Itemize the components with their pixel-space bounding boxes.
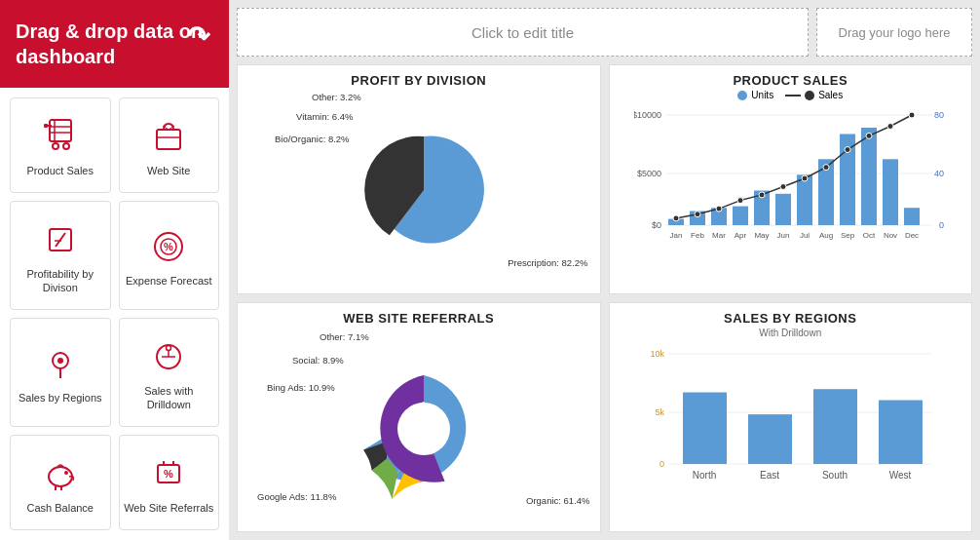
svg-text:Jan: Jan: [670, 231, 683, 240]
units-legend-label: Units: [751, 90, 773, 100]
sidebar-item-label: Expense Forecast: [126, 274, 212, 288]
svg-text:Feb: Feb: [691, 231, 704, 240]
sidebar-header-text: Drag & drop data on dashboard: [16, 19, 213, 69]
sales-legend-line: [785, 95, 801, 96]
svg-text:%: %: [164, 468, 173, 480]
sidebar-item-label: Sales with Drilldown: [124, 384, 215, 412]
svg-text:%: %: [164, 241, 173, 252]
svg-rect-47: [775, 194, 791, 225]
profit-pie-svg: [321, 112, 516, 263]
arrow-icon: ↷: [187, 19, 209, 55]
svg-text:Apr: Apr: [735, 231, 747, 240]
svg-text:0: 0: [660, 459, 664, 469]
sidebar-item-label: Web Site Referrals: [124, 501, 213, 515]
svg-text:North: North: [693, 470, 716, 481]
sidebar-item-website-referrals[interactable]: % Web Site Referrals: [119, 435, 220, 530]
svg-rect-48: [797, 174, 812, 225]
sidebar-item-sales-drilldown[interactable]: Sales with Drilldown: [119, 318, 220, 427]
product-sales-svg: $10000 $5000 $0 80 40 0: [634, 103, 946, 240]
organic-label: Organic: 61.4%: [526, 495, 589, 506]
svg-rect-1: [50, 120, 71, 141]
svg-point-57: [737, 198, 743, 204]
referrals-donut-svg: [321, 353, 516, 499]
sidebar-item-profitability[interactable]: Profitability by Divison: [10, 201, 111, 310]
tag-percent-icon: %: [147, 452, 190, 495]
svg-point-25: [49, 467, 72, 486]
regions-title: SALES BY REGIONS: [724, 311, 856, 326]
svg-rect-8: [157, 130, 180, 149]
sidebar-item-cash-balance[interactable]: Cash Balance: [10, 435, 111, 530]
sidebar-item-label: Profitability by Divison: [15, 267, 106, 295]
logo-drop-area[interactable]: Drag your logo here: [816, 8, 972, 57]
sidebar-item-expense-forecast[interactable]: % Expense Forecast: [119, 201, 220, 310]
svg-text:Jul: Jul: [800, 231, 810, 240]
other-label: Other: 3.2%: [312, 92, 361, 102]
svg-text:$5000: $5000: [637, 169, 661, 178]
product-sales-chart: PRODUCT SALES Units Sales $10000 $5000 $…: [609, 64, 973, 294]
svg-point-54: [673, 215, 679, 221]
title-bar: Click to edit title Drag your logo here: [237, 8, 972, 57]
sidebar-item-label: Cash Balance: [27, 501, 94, 515]
svg-text:Nov: Nov: [884, 231, 897, 240]
svg-point-56: [716, 206, 722, 212]
sidebar: Drag & drop data on dashboard ↷ Product …: [0, 0, 229, 540]
svg-line-13: [56, 233, 65, 247]
sidebar-item-product-sales[interactable]: Product Sales: [10, 97, 111, 193]
svg-text:Oct: Oct: [863, 231, 876, 240]
sidebar-header: Drag & drop data on dashboard ↷: [0, 0, 229, 88]
sidebar-item-label: Product Sales: [27, 164, 94, 177]
svg-text:East: East: [760, 470, 779, 481]
svg-text:Sep: Sep: [841, 231, 855, 240]
svg-rect-52: [883, 159, 898, 225]
svg-point-26: [64, 471, 68, 475]
svg-rect-51: [861, 128, 877, 225]
logo-placeholder: Drag your logo here: [839, 25, 951, 40]
website-referrals-chart: WEB SITE REFERRALS: [237, 302, 601, 532]
svg-text:5k: 5k: [656, 407, 665, 417]
title-placeholder: Click to edit title: [471, 24, 574, 41]
sidebar-item-label: Web Site: [147, 164, 190, 177]
regions-bar-svg: 10k 5k 0 North East South: [639, 342, 941, 483]
sidebar-item-sales-regions[interactable]: Sales by Regions: [10, 318, 111, 427]
units-legend-dot: [737, 91, 747, 100]
svg-point-63: [866, 133, 872, 138]
svg-text:$0: $0: [652, 220, 661, 230]
svg-text:Dec: Dec: [905, 231, 919, 240]
svg-point-23: [167, 345, 171, 350]
cart-icon: [39, 115, 82, 158]
regions-subtitle: With Drilldown: [759, 328, 821, 338]
pencil-icon: [39, 218, 82, 261]
product-sales-title: PRODUCT SALES: [733, 73, 848, 88]
svg-rect-85: [683, 393, 727, 465]
svg-point-62: [845, 147, 850, 153]
sales-by-regions-chart: SALES BY REGIONS With Drilldown 10k 5k 0: [609, 302, 973, 532]
prescription-label: Prescription: 82.2%: [508, 257, 587, 268]
svg-text:10k: 10k: [651, 349, 665, 359]
svg-text:May: May: [755, 231, 770, 240]
sidebar-item-label: Sales by Regions: [19, 391, 102, 405]
sales-legend-label: Sales: [818, 90, 843, 100]
title-edit-area[interactable]: Click to edit title: [237, 8, 809, 57]
svg-point-5: [53, 143, 58, 149]
sidebar-item-web-site[interactable]: Web Site: [119, 97, 220, 193]
svg-rect-88: [879, 401, 923, 465]
other-ref-label: Other: 7.1%: [320, 331, 369, 342]
svg-point-6: [63, 143, 69, 149]
profit-title: PROFIT BY DIVISION: [351, 73, 486, 88]
svg-point-60: [802, 175, 808, 181]
svg-point-78: [397, 403, 450, 455]
svg-text:Mar: Mar: [712, 231, 726, 240]
percent-icon: %: [147, 225, 190, 268]
svg-rect-86: [748, 414, 792, 464]
svg-point-65: [909, 112, 915, 118]
svg-text:$10000: $10000: [634, 110, 661, 120]
svg-text:Aug: Aug: [819, 231, 833, 240]
units-legend: Units: [737, 90, 773, 100]
flag-icon: [147, 335, 190, 378]
svg-point-19: [57, 358, 63, 364]
svg-rect-45: [733, 207, 748, 225]
sidebar-grid: Product Sales Web Site: [0, 88, 229, 540]
svg-point-58: [759, 192, 765, 198]
product-sales-legend: Units Sales: [737, 90, 843, 100]
referrals-title: WEB SITE REFERRALS: [343, 311, 494, 326]
